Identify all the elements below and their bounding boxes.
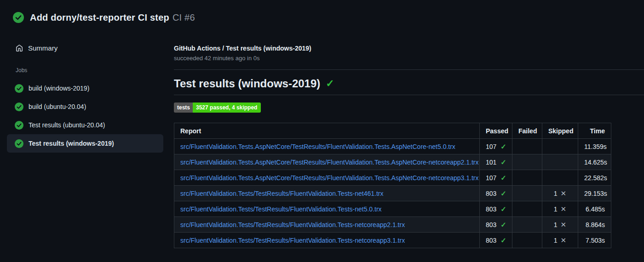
test-results-table: Report Passed Failed Skipped Time src/Fl… bbox=[174, 123, 611, 248]
main-content: GitHub Actions / Test results (windows-2… bbox=[174, 35, 644, 248]
sidebar-job-item[interactable]: Test results (ubuntu-20.04) bbox=[7, 116, 163, 134]
table-row: src/FluentValidation.Tests.AspNetCore/Te… bbox=[174, 139, 611, 154]
report-link[interactable]: src/FluentValidation.Tests.AspNetCore/Te… bbox=[180, 143, 455, 150]
badge-label: tests bbox=[174, 103, 193, 113]
passed-cell: 101 ✓ bbox=[480, 154, 512, 170]
job-label: build (ubuntu-20.04) bbox=[29, 103, 86, 110]
time-cell: 7.503s bbox=[578, 233, 611, 248]
failed-cell bbox=[512, 201, 542, 217]
section-heading: Test results (windows-2019) ✓ bbox=[174, 77, 644, 95]
report-cell: src/FluentValidation.Tests/TestResults/F… bbox=[174, 186, 480, 201]
failed-cell bbox=[512, 170, 542, 186]
failed-cell bbox=[512, 217, 542, 233]
sidebar-job-item[interactable]: build (windows-2019) bbox=[7, 79, 163, 97]
table-row: src/FluentValidation.Tests.AspNetCore/Te… bbox=[174, 170, 611, 186]
skipped-cell: 1 ✕ bbox=[542, 217, 578, 233]
summary-label: Summary bbox=[28, 44, 58, 52]
check-run-title: GitHub Actions / Test results (windows-2… bbox=[174, 45, 644, 52]
report-cell: src/FluentValidation.Tests/TestResults/F… bbox=[174, 217, 480, 233]
time-cell: 11.359s bbox=[578, 139, 611, 154]
workflow-run-header: Add dorny/test-reporter CI stepCI #6 bbox=[0, 0, 644, 35]
report-cell: src/FluentValidation.Tests/TestResults/F… bbox=[174, 233, 480, 248]
column-header-passed: Passed bbox=[480, 123, 512, 139]
table-row: src/FluentValidation.Tests/TestResults/F… bbox=[174, 186, 611, 201]
section-heading-text: Test results (windows-2019) bbox=[174, 77, 320, 90]
report-cell: src/FluentValidation.Tests/TestResults/F… bbox=[174, 201, 480, 217]
time-cell: 29.153s bbox=[578, 186, 611, 201]
heading-check-icon: ✓ bbox=[326, 79, 334, 89]
passed-check-icon: ✓ bbox=[500, 236, 506, 244]
skipped-cell bbox=[542, 170, 578, 186]
passed-check-icon: ✓ bbox=[500, 221, 506, 228]
job-label: Test results (windows-2019) bbox=[29, 140, 114, 147]
report-cell: src/FluentValidation.Tests.AspNetCore/Te… bbox=[174, 139, 480, 154]
success-check-circle-icon bbox=[15, 139, 23, 148]
column-header-time: Time bbox=[578, 123, 611, 139]
passed-check-icon: ✓ bbox=[500, 142, 506, 150]
jobs-list: build (windows-2019) build (ubuntu-20.04… bbox=[7, 79, 174, 153]
sidebar: Summary Jobs build (windows-2019) build … bbox=[0, 35, 174, 153]
success-check-circle-icon bbox=[15, 121, 23, 130]
success-check-circle-icon bbox=[15, 103, 23, 111]
page-title: Add dorny/test-reporter CI stepCI #6 bbox=[30, 12, 195, 23]
time-cell: 22.582s bbox=[578, 170, 611, 186]
time-cell: 6.485s bbox=[578, 201, 611, 217]
skipped-cross-icon: ✕ bbox=[561, 205, 567, 213]
job-label: build (windows-2019) bbox=[29, 85, 89, 92]
passed-check-icon: ✓ bbox=[500, 174, 506, 182]
skipped-cell: 1 ✕ bbox=[542, 201, 578, 217]
sidebar-job-item[interactable]: Test results (windows-2019) bbox=[7, 134, 163, 153]
report-cell: src/FluentValidation.Tests.AspNetCore/Te… bbox=[174, 154, 480, 170]
table-row: src/FluentValidation.Tests.AspNetCore/Te… bbox=[174, 154, 611, 170]
failed-cell bbox=[512, 233, 542, 248]
passed-cell: 107 ✓ bbox=[480, 170, 512, 186]
sidebar-job-item[interactable]: build (ubuntu-20.04) bbox=[7, 97, 163, 116]
success-check-circle-icon bbox=[15, 84, 23, 93]
time-cell: 14.625s bbox=[578, 154, 611, 170]
skipped-cell bbox=[542, 139, 578, 154]
time-cell: 8.864s bbox=[578, 217, 611, 233]
home-icon bbox=[16, 45, 23, 52]
sidebar-item-summary[interactable]: Summary bbox=[7, 40, 163, 56]
workflow-run-title: Add dorny/test-reporter CI step bbox=[30, 12, 169, 23]
passed-cell: 803 ✓ bbox=[480, 186, 512, 201]
passed-cell: 803 ✓ bbox=[480, 217, 512, 233]
jobs-section-label: Jobs bbox=[16, 67, 174, 74]
skipped-cross-icon: ✕ bbox=[561, 236, 567, 244]
passed-cell: 107 ✓ bbox=[480, 139, 512, 154]
check-run-status: succeeded 42 minutes ago in 0s bbox=[174, 55, 644, 62]
skipped-cell: 1 ✕ bbox=[542, 186, 578, 201]
report-link[interactable]: src/FluentValidation.Tests/TestResults/F… bbox=[180, 237, 405, 244]
column-header-failed: Failed bbox=[512, 123, 542, 139]
skipped-cell bbox=[542, 154, 578, 170]
failed-cell bbox=[512, 139, 542, 154]
passed-cell: 803 ✓ bbox=[480, 233, 512, 248]
failed-cell bbox=[512, 186, 542, 201]
column-header-skipped: Skipped bbox=[542, 123, 578, 139]
report-link[interactable]: src/FluentValidation.Tests.AspNetCore/Te… bbox=[180, 159, 478, 166]
passed-check-icon: ✓ bbox=[500, 189, 506, 197]
report-cell: src/FluentValidation.Tests.AspNetCore/Te… bbox=[174, 170, 480, 186]
divider bbox=[174, 69, 644, 70]
column-header-report: Report bbox=[174, 123, 480, 139]
table-header-row: Report Passed Failed Skipped Time bbox=[174, 123, 611, 139]
badge-value: 3527 passed, 4 skipped bbox=[193, 103, 261, 113]
skipped-cross-icon: ✕ bbox=[561, 221, 567, 228]
table-row: src/FluentValidation.Tests/TestResults/F… bbox=[174, 217, 611, 233]
report-link[interactable]: src/FluentValidation.Tests/TestResults/F… bbox=[180, 205, 382, 213]
passed-check-icon: ✓ bbox=[500, 158, 506, 166]
tests-badge: tests 3527 passed, 4 skipped bbox=[174, 103, 261, 113]
table-row: src/FluentValidation.Tests/TestResults/F… bbox=[174, 233, 611, 248]
success-check-circle-icon bbox=[13, 12, 24, 23]
failed-cell bbox=[512, 154, 542, 170]
skipped-cross-icon: ✕ bbox=[561, 189, 567, 197]
report-link[interactable]: src/FluentValidation.Tests/TestResults/F… bbox=[180, 190, 383, 197]
skipped-cell: 1 ✕ bbox=[542, 233, 578, 248]
passed-check-icon: ✓ bbox=[500, 205, 506, 213]
passed-cell: 803 ✓ bbox=[480, 201, 512, 217]
report-link[interactable]: src/FluentValidation.Tests/TestResults/F… bbox=[180, 221, 405, 228]
job-label: Test results (ubuntu-20.04) bbox=[29, 121, 105, 129]
run-number: CI #6 bbox=[172, 12, 195, 23]
report-link[interactable]: src/FluentValidation.Tests.AspNetCore/Te… bbox=[180, 174, 478, 182]
table-row: src/FluentValidation.Tests/TestResults/F… bbox=[174, 201, 611, 217]
